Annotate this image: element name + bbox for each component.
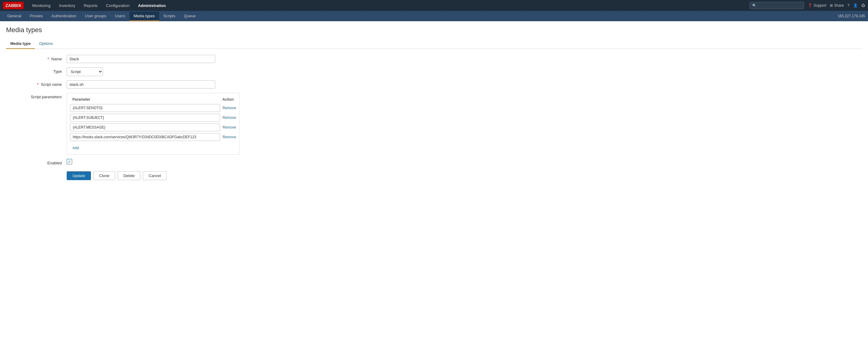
subnav-scripts[interactable]: Scripts — [159, 11, 180, 21]
subnav-user-groups[interactable]: User groups — [81, 11, 111, 21]
search-box[interactable] — [749, 2, 804, 9]
nav-reports[interactable]: Reports — [80, 1, 101, 10]
power-icon: ⏻ — [861, 3, 865, 7]
param-row-1: Remove — [70, 104, 236, 112]
search-input[interactable] — [758, 3, 804, 7]
param-col-header: Parameter — [72, 97, 90, 101]
delete-button[interactable]: Delete — [118, 171, 141, 180]
share-icon: ⊞ — [830, 3, 833, 7]
enabled-checkbox[interactable]: ✓ — [67, 159, 72, 164]
form: * Name Type Script Email SMS Jabber Ez T… — [6, 55, 279, 180]
sub-nav-links: General Proxies Authentication User grou… — [3, 11, 200, 21]
nav-inventory[interactable]: Inventory — [56, 1, 79, 10]
search-icon — [752, 3, 756, 7]
help-icon: ? — [847, 3, 849, 7]
tabs: Media type Options — [6, 39, 862, 49]
subnav-users[interactable]: Users — [111, 11, 129, 21]
form-row-type: Type Script Email SMS Jabber Ez Texting — [6, 67, 279, 76]
required-indicator: * — [48, 57, 49, 61]
page-title: Media types — [6, 26, 862, 34]
help-link[interactable]: ? — [847, 3, 849, 7]
subnav-authentication[interactable]: Authentication — [47, 11, 81, 21]
support-icon: ❓ — [808, 3, 812, 7]
action-buttons: Update Clone Delete Cancel — [67, 171, 279, 180]
sub-nav: General Proxies Authentication User grou… — [0, 11, 868, 21]
top-nav: ZABBIX Monitoring Inventory Reports Conf… — [0, 0, 868, 11]
form-row-enabled: Enabled ✓ — [6, 159, 279, 165]
share-link[interactable]: ⊞ Share — [830, 3, 844, 7]
form-row-name: * Name — [6, 55, 279, 63]
remove-param-4[interactable]: Remove — [222, 135, 236, 139]
script-name-input[interactable] — [67, 80, 215, 89]
enabled-label: Enabled — [6, 159, 67, 165]
param-input-2[interactable] — [70, 114, 220, 122]
form-row-script-name: * Script name — [6, 80, 279, 89]
remove-param-2[interactable]: Remove — [222, 116, 236, 120]
checkmark-icon: ✓ — [68, 159, 71, 164]
type-select[interactable]: Script Email SMS Jabber Ez Texting — [67, 67, 103, 76]
subnav-proxies[interactable]: Proxies — [26, 11, 47, 21]
ip-address: 165.227.179.245 — [838, 14, 865, 18]
add-param-link[interactable]: Add — [70, 145, 81, 151]
nav-configuration[interactable]: Configuration — [102, 1, 133, 10]
nav-monitoring[interactable]: Monitoring — [29, 1, 54, 10]
remove-param-1[interactable]: Remove — [222, 106, 236, 110]
param-input-1[interactable] — [70, 104, 220, 112]
action-col-header: Action — [222, 97, 234, 101]
name-label: * Name — [6, 55, 67, 61]
param-input-4[interactable] — [70, 133, 220, 141]
param-input-3[interactable] — [70, 123, 220, 131]
logo: ZABBIX — [3, 2, 24, 9]
name-input[interactable] — [67, 55, 215, 63]
required-indicator2: * — [37, 82, 38, 87]
subnav-general[interactable]: General — [3, 11, 26, 21]
nav-administration[interactable]: Administration — [134, 1, 169, 10]
support-link[interactable]: ❓ Support — [808, 3, 826, 7]
tab-options[interactable]: Options — [35, 39, 57, 49]
enabled-checkbox-container: ✓ — [67, 159, 72, 164]
param-row-3: Remove — [70, 123, 236, 131]
subnav-media-types[interactable]: Media types — [129, 11, 159, 21]
tab-media-type[interactable]: Media type — [6, 39, 35, 49]
params-header: Parameter Action — [70, 96, 236, 104]
top-nav-links: Monitoring Inventory Reports Configurati… — [29, 1, 749, 10]
remove-param-3[interactable]: Remove — [222, 125, 236, 129]
script-name-label: * Script name — [6, 80, 67, 87]
subnav-queue[interactable]: Queue — [180, 11, 200, 21]
top-nav-right: ❓ Support ⊞ Share ? 👤 ⏻ — [749, 2, 865, 9]
type-label: Type — [6, 67, 67, 74]
params-container: Parameter Action Remove Remove Remove — [67, 93, 240, 155]
update-button[interactable]: Update — [67, 171, 91, 180]
user-link[interactable]: 👤 — [853, 3, 858, 7]
param-row-2: Remove — [70, 114, 236, 122]
main-content: Media types Media type Options * Name Ty… — [0, 21, 868, 339]
logout-link[interactable]: ⏻ — [861, 3, 865, 7]
form-row-script-params: Script parameters Parameter Action Remov… — [6, 93, 279, 155]
user-icon: 👤 — [853, 3, 858, 7]
cancel-button[interactable]: Cancel — [143, 171, 166, 180]
script-params-label: Script parameters — [6, 93, 67, 99]
clone-button[interactable]: Clone — [93, 171, 115, 180]
param-row-4: Remove — [70, 133, 236, 141]
